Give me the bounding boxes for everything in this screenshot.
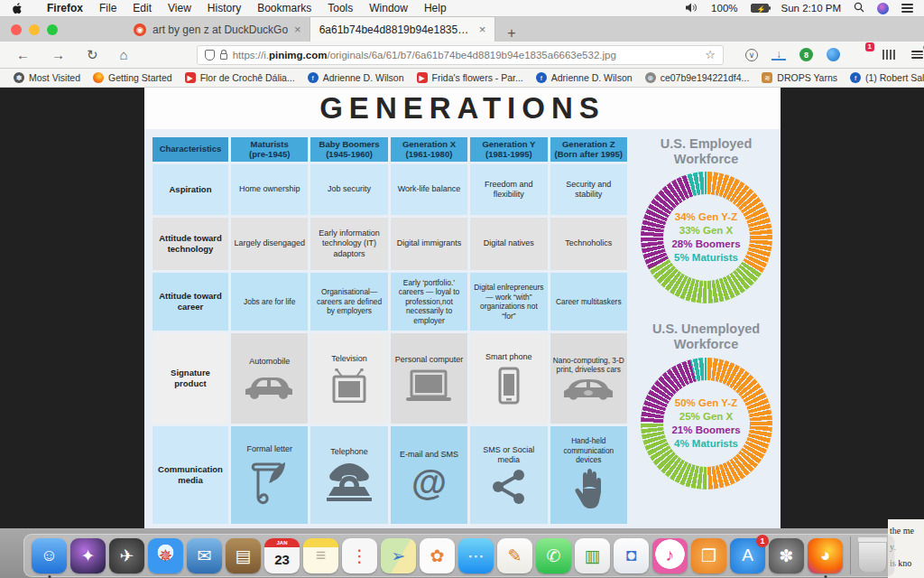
trash-icon[interactable] <box>858 538 887 573</box>
bookmark-item[interactable]: ≋DROPS Yarns <box>755 72 844 83</box>
app-menu-icon[interactable] <box>910 48 924 62</box>
bookmark-item[interactable]: ✽Most Visited <box>7 72 87 83</box>
url-bar[interactable]: https://i.pinimg.com/originals/6a/61/b7/… <box>197 45 724 65</box>
firefox-icon[interactable]: ◕ <box>808 538 843 573</box>
bookmark-label: Most Visited <box>29 72 80 83</box>
battery-percent: 100% <box>711 3 737 14</box>
bookmark-item[interactable]: fAdrienne D. Wilson <box>530 72 639 83</box>
apple-menu-icon[interactable] <box>13 3 23 14</box>
hand-icon <box>570 469 606 514</box>
bookmark-item[interactable]: ▶Flor de Crochê Dália... <box>179 72 301 83</box>
system-preferences-icon[interactable]: ✽ <box>769 538 804 573</box>
itunes-icon[interactable]: ♪ <box>652 538 688 573</box>
library-icon[interactable] <box>882 48 896 62</box>
tab-duckduckgo[interactable]: ◉ art by gen z at DuckDuckGo × <box>125 17 310 42</box>
firefox-tabbar: ◉ art by gen z at DuckDuckGo × 6a61b74be… <box>0 17 924 42</box>
menu-file[interactable]: File <box>91 2 125 14</box>
numbers-icon[interactable]: ▥ <box>575 538 610 573</box>
window-minimize-button[interactable] <box>29 24 40 35</box>
safari-icon[interactable]: ✵ <box>148 538 183 573</box>
volume-icon[interactable] <box>686 3 698 14</box>
messages-icon[interactable]: ⋯ <box>458 538 494 573</box>
menu-edit[interactable]: Edit <box>125 2 160 14</box>
bookmark-item[interactable]: f(1) Robert Saltzman... <box>844 72 924 83</box>
window-zoom-button[interactable] <box>47 24 58 35</box>
download-icon[interactable]: ↓ <box>772 49 786 61</box>
notification-center-icon[interactable] <box>901 2 913 14</box>
calendar-icon[interactable]: JAN23 <box>264 538 300 573</box>
header-characteristics: Characteristics <box>152 137 228 162</box>
mail-icon[interactable]: ✉ <box>187 538 222 573</box>
car-icon <box>244 371 296 400</box>
keynote-icon[interactable]: ◘ <box>614 538 649 573</box>
menu-view[interactable]: View <box>160 2 199 14</box>
bookmark-item[interactable]: ▶Frida's flowers - Par... <box>411 72 530 83</box>
header-generation-x: Generation X(1961-1980) <box>391 137 467 162</box>
menu-window[interactable]: Window <box>361 2 416 14</box>
bookmark-star-icon[interactable]: ☆ <box>705 48 716 61</box>
siri-icon[interactable]: ✦ <box>70 538 106 573</box>
youtube-icon: ▶ <box>185 72 196 83</box>
bookmark-item[interactable]: fAdrienne D. Wilson <box>301 72 411 83</box>
forward-button[interactable]: → <box>41 47 76 62</box>
generations-table: Characteristics Maturists(pre-1945) Baby… <box>150 135 630 527</box>
header-maturists: Maturists(pre-1945) <box>231 137 308 162</box>
bookmark-item[interactable]: Getting Started <box>87 72 179 83</box>
youtube-icon: ▶ <box>417 72 428 83</box>
reminders-icon[interactable]: ⋮ <box>342 538 377 573</box>
tab-image[interactable]: 6a61b74be4d8819b94e1835a6663… × <box>310 17 495 42</box>
tracking-protection-icon[interactable] <box>205 50 215 61</box>
menubar-clock[interactable]: Sun 2:10 PM <box>781 3 841 14</box>
bookmark-label: Flor de Crochê Dália... <box>200 72 295 83</box>
adblock-icon[interactable]: 8 <box>799 48 813 61</box>
bookmark-label: Adrienne D. Wilson <box>551 72 633 83</box>
spotlight-icon[interactable] <box>854 2 864 14</box>
launchpad-icon[interactable]: ✈ <box>109 538 144 573</box>
menu-history[interactable]: History <box>199 2 249 14</box>
url-text[interactable]: https://i.pinimg.com/originals/6a/61/b7/… <box>233 50 700 61</box>
menu-tools[interactable]: Tools <box>319 2 361 14</box>
siri-menubar-icon[interactable] <box>877 3 889 14</box>
gear-icon: ✽ <box>14 72 24 83</box>
bookmark-label: ce07b9e194221df4... <box>661 72 750 83</box>
finder-icon[interactable]: ☺ <box>32 538 67 573</box>
reload-button[interactable]: ↻ <box>76 47 109 63</box>
notes-icon[interactable]: ≡ <box>303 538 338 573</box>
unemployed-donut-chart: 50% Gen Y-Z 25% Gen X 21% Boomers 4% Mat… <box>639 356 774 491</box>
facetime-icon[interactable]: ✆ <box>536 538 571 573</box>
menu-help[interactable]: Help <box>416 2 455 14</box>
facebook-icon: f <box>536 72 547 83</box>
back-button[interactable]: ← <box>5 47 41 62</box>
row-signature-product: Signature product Automobile Television … <box>152 333 627 424</box>
share-icon <box>491 469 527 505</box>
books-icon[interactable]: ❐ <box>691 538 726 573</box>
bookmark-item[interactable]: ⊕ce07b9e194221df4... <box>639 72 756 83</box>
globe-icon: ⊕ <box>645 72 656 83</box>
browser-viewport: GENERATIONS Characteristics Maturists(pr… <box>0 88 924 528</box>
bookmark-label: Frida's flowers - Par... <box>432 72 523 83</box>
home-button[interactable]: ⌂ <box>109 47 139 62</box>
pocket-icon[interactable]: ∨ <box>745 49 758 61</box>
menu-bookmarks[interactable]: Bookmarks <box>249 2 319 14</box>
dock: ☺✦✈✵✉▤JAN23≡⋮➢✿⋯✎✆▥◘♪❐A1✽◕ <box>23 534 895 577</box>
bookmark-label: Adrienne D. Wilson <box>323 72 404 83</box>
contacts-icon[interactable]: ▤ <box>226 538 261 573</box>
television-icon <box>330 368 368 403</box>
maps-icon[interactable]: ➢ <box>381 538 416 573</box>
window-close-button[interactable] <box>11 24 22 35</box>
smartphone-icon <box>498 367 520 405</box>
privacy-shield-icon[interactable]: 1 <box>854 48 868 62</box>
appstore-icon[interactable]: A1 <box>730 538 765 573</box>
telephone-icon <box>325 461 374 503</box>
new-tab-button[interactable]: + <box>494 25 528 42</box>
workforce-charts-panel: U.S. Employed Workforce 34% Gen Y-Z 33% … <box>632 129 781 528</box>
duckduckgo-favicon: ◉ <box>134 23 146 36</box>
extension-icon[interactable] <box>827 48 840 61</box>
menubar-app-name[interactable]: Firefox <box>39 2 91 14</box>
computer-icon <box>404 369 453 402</box>
pages-icon[interactable]: ✎ <box>497 538 532 573</box>
at-sign-icon: @ <box>411 464 447 500</box>
photos-icon[interactable]: ✿ <box>420 538 455 573</box>
tab-close-icon[interactable]: × <box>479 23 486 36</box>
tab-close-icon[interactable]: × <box>294 23 301 36</box>
